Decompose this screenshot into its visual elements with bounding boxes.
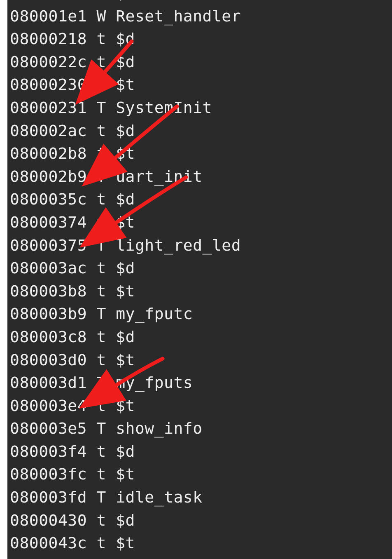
symbol-address: 08000375 bbox=[10, 236, 87, 254]
symbol-name: idle_task bbox=[116, 488, 202, 506]
symbol-type: t bbox=[96, 122, 106, 140]
symbol-address: 08000230 bbox=[10, 75, 87, 94]
symbol-line: 080003b8 t $t bbox=[10, 280, 392, 303]
symbol-address: 080003fc bbox=[10, 465, 87, 483]
symbol-name: Reset_handler bbox=[116, 7, 241, 25]
symbol-line: 08000374 t $t bbox=[10, 211, 392, 234]
symbol-name: $t bbox=[116, 144, 135, 162]
symbol-type: t bbox=[96, 534, 106, 552]
symbol-line: 08000375 T light_red_led bbox=[10, 234, 392, 257]
symbol-name: light_red_led bbox=[116, 236, 241, 254]
symbol-type: t bbox=[96, 397, 106, 415]
symbol-name: my_fputc bbox=[116, 305, 193, 323]
symbol-type: t bbox=[96, 30, 106, 48]
symbol-type: t bbox=[96, 0, 106, 2]
symbol-line: 080003e5 T show_info bbox=[10, 417, 392, 440]
symbol-name: $t bbox=[116, 213, 135, 231]
symbol-address: 080003f4 bbox=[10, 442, 87, 460]
symbol-line: 0800022c t $d bbox=[10, 51, 392, 74]
symbol-line: 080003f4 t $d bbox=[10, 440, 392, 463]
symbol-name: $t bbox=[116, 465, 135, 483]
symbol-type: T bbox=[96, 236, 106, 254]
symbol-name: uart_init bbox=[116, 167, 202, 186]
symbol-name: my_fputs bbox=[116, 373, 193, 392]
symbol-address: 080002b9 bbox=[10, 167, 87, 186]
symbol-type: T bbox=[96, 373, 106, 392]
symbol-type: t bbox=[96, 442, 106, 460]
symbol-type: t bbox=[96, 213, 106, 231]
symbol-name: $t bbox=[116, 351, 135, 369]
symbol-line: 08000231 T SystemInit bbox=[10, 96, 392, 120]
symbol-type: t bbox=[96, 351, 106, 369]
symbol-line: 080001e1 W Reset_handler bbox=[10, 5, 392, 28]
symbol-line: 080003d0 t $t bbox=[10, 349, 392, 372]
symbol-address: 0800022c bbox=[10, 53, 87, 71]
symbol-name: $d bbox=[116, 30, 135, 48]
symbol-line: 0800035c t $d bbox=[10, 188, 392, 211]
symbol-name: $t bbox=[116, 75, 135, 94]
symbol-line: 0800043c t $t bbox=[10, 532, 392, 555]
symbol-address: 080001e0 bbox=[10, 0, 87, 2]
symbol-name: $t bbox=[116, 282, 135, 300]
symbol-name: $d bbox=[116, 328, 135, 346]
symbol-name: $t bbox=[116, 534, 135, 552]
symbol-type: t bbox=[96, 144, 106, 162]
symbol-line: 080001e0 t $t bbox=[10, 0, 392, 5]
symbol-address: 0800043c bbox=[10, 534, 87, 552]
symbol-line: 080002ac t $d bbox=[10, 120, 392, 143]
symbol-address: 080003d0 bbox=[10, 351, 87, 369]
terminal-output: 080001e0 t $t080001e1 W Reset_handler080… bbox=[7, 0, 392, 559]
symbol-line: 080003ac t $d bbox=[10, 257, 392, 280]
symbol-address: 080003b9 bbox=[10, 305, 87, 323]
symbol-type: t bbox=[96, 75, 106, 94]
symbol-name: $d bbox=[116, 122, 135, 140]
symbol-type: t bbox=[96, 511, 106, 529]
symbol-type: T bbox=[96, 99, 106, 117]
symbol-name: $d bbox=[116, 511, 135, 529]
symbol-address: 080003e4 bbox=[10, 397, 87, 415]
symbol-address: 080003d1 bbox=[10, 373, 87, 392]
symbol-address: 080002ac bbox=[10, 122, 87, 140]
symbol-line: 080003fc t $t bbox=[10, 463, 392, 486]
symbol-name: $t bbox=[116, 0, 135, 2]
symbol-name: show_info bbox=[116, 419, 202, 437]
symbol-type: t bbox=[96, 53, 106, 71]
symbol-line: 080002b9 T uart_init bbox=[10, 165, 392, 188]
symbol-line: 080003c8 t $d bbox=[10, 326, 392, 349]
symbol-type: T bbox=[96, 167, 106, 186]
symbol-address: 080003fd bbox=[10, 488, 87, 506]
symbol-type: T bbox=[96, 488, 106, 506]
symbol-type: t bbox=[96, 328, 106, 346]
symbol-name: $d bbox=[116, 190, 135, 208]
symbol-address: 08000231 bbox=[10, 99, 87, 117]
symbol-address: 080003e5 bbox=[10, 419, 87, 437]
symbol-type: W bbox=[96, 7, 106, 25]
symbol-line: 08000218 t $d bbox=[10, 28, 392, 51]
symbol-type: t bbox=[96, 282, 106, 300]
symbol-name: $t bbox=[116, 397, 135, 415]
symbol-line: 080003fd T idle_task bbox=[10, 486, 392, 509]
symbol-address: 0800035c bbox=[10, 190, 87, 208]
symbol-address: 08000218 bbox=[10, 30, 87, 48]
symbol-line: 080003e4 t $t bbox=[10, 395, 392, 418]
symbol-type: t bbox=[96, 190, 106, 208]
symbol-line: 08000430 t $d bbox=[10, 509, 392, 532]
symbol-type: t bbox=[96, 465, 106, 483]
symbol-address: 080003b8 bbox=[10, 282, 87, 300]
symbol-type: t bbox=[96, 259, 106, 277]
symbol-address: 080003c8 bbox=[10, 328, 87, 346]
symbol-address: 080001e1 bbox=[10, 7, 87, 25]
symbol-name: $d bbox=[116, 442, 135, 460]
symbol-address: 08000430 bbox=[10, 511, 87, 529]
symbol-line: 080002b8 t $t bbox=[10, 142, 392, 165]
symbol-line: 08000230 t $t bbox=[10, 73, 392, 96]
symbol-address: 080002b8 bbox=[10, 144, 87, 162]
symbol-line: 080003d1 T my_fputs bbox=[10, 371, 392, 395]
symbol-address: 08000374 bbox=[10, 213, 87, 231]
symbol-line: 080003b9 T my_fputc bbox=[10, 303, 392, 326]
symbol-name: $d bbox=[116, 259, 135, 277]
symbol-name: $d bbox=[116, 53, 135, 71]
symbol-name: SystemInit bbox=[116, 99, 212, 117]
symbol-address: 080003ac bbox=[10, 259, 87, 277]
symbol-type: T bbox=[96, 419, 106, 437]
